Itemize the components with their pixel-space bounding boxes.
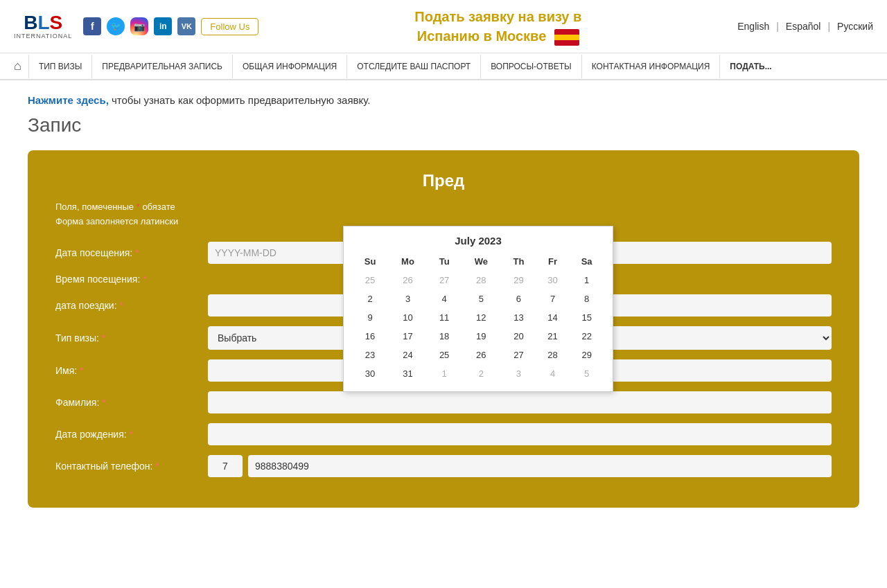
calendar-day-cell[interactable]: 26 [461, 346, 501, 364]
calendar-day-cell[interactable]: 24 [388, 346, 428, 364]
lang-english[interactable]: English [737, 21, 769, 32]
calendar-week-row: 9101112131415 [352, 308, 604, 327]
nav-item-appointment[interactable]: ПРЕДВАРИТЕЛЬНАЯ ЗАПИСЬ [91, 55, 232, 78]
dob-row: Дата рождения: * [55, 423, 832, 445]
twitter-icon[interactable]: 🐦 [107, 17, 125, 35]
calendar-week-row: 2345678 [352, 289, 604, 308]
linkedin-icon[interactable]: in [154, 17, 172, 35]
calendar-day-header: Mo [388, 252, 428, 271]
calendar-day-cell[interactable]: 15 [569, 308, 604, 327]
hint-link[interactable]: Нажмите здесь, [28, 94, 109, 106]
calendar-day-cell[interactable]: 4 [428, 289, 462, 308]
instagram-icon[interactable]: 📷 [130, 17, 148, 35]
calendar-day-cell[interactable]: 18 [428, 327, 462, 346]
calendar-day-cell[interactable]: 2 [352, 289, 388, 308]
visa-type-label: Тип визы: * [55, 332, 208, 344]
calendar-day-cell[interactable]: 31 [388, 364, 428, 383]
calendar-day-cell[interactable]: 25 [428, 346, 462, 364]
calendar-week-row: 16171819202122 [352, 327, 604, 346]
form-title: Пред [55, 171, 832, 190]
calendar-day-cell[interactable]: 1 [569, 271, 604, 289]
calendar-day-cell[interactable]: 30 [352, 364, 388, 383]
calendar-day-cell[interactable]: 14 [536, 308, 570, 327]
calendar-day-cell[interactable]: 26 [388, 271, 428, 289]
phone-inputs [208, 455, 832, 477]
calendar-day-cell[interactable]: 5 [569, 364, 604, 383]
calendar-day-cell[interactable]: 13 [501, 308, 536, 327]
flag-icon [554, 29, 579, 46]
main-content: Нажмите здесь, чтобы узнать как оформить… [0, 80, 887, 522]
name-label: Имя: * [55, 365, 208, 376]
header-title: Подать заявку на визу в Испанию в Москве [272, 7, 723, 46]
calendar-day-cell[interactable]: 6 [501, 289, 536, 308]
calendar-week-row: 23242526272829 [352, 346, 604, 364]
visit-time-label: Время посещения: * [55, 274, 208, 285]
facebook-icon[interactable]: f [83, 17, 101, 35]
calendar-day-cell[interactable]: 3 [388, 289, 428, 308]
dob-label: Дата рождения: * [55, 429, 208, 440]
calendar-day-cell[interactable]: 23 [352, 346, 388, 364]
surname-label: Фамилия: * [55, 397, 208, 408]
follow-us-button[interactable]: Follow Us [201, 18, 258, 35]
nav-bar: ⌂ ТИП ВИЗЫ ПРЕДВАРИТЕЛЬНАЯ ЗАПИСЬ ОБЩАЯ … [0, 53, 887, 80]
lang-russian[interactable]: Русский [837, 21, 873, 32]
calendar-day-cell[interactable]: 29 [569, 346, 604, 364]
vk-icon[interactable]: VK [177, 17, 195, 35]
calendar-day-cell[interactable]: 11 [428, 308, 462, 327]
nav-item-contact[interactable]: КОНТАКТНАЯ ИНФОРМАЦИЯ [581, 55, 720, 78]
calendar-day-header: Su [352, 252, 388, 271]
calendar-day-cell[interactable]: 4 [536, 364, 570, 383]
calendar-day-cell[interactable]: 17 [388, 327, 428, 346]
calendar-day-cell[interactable]: 28 [536, 346, 570, 364]
calendar-day-cell[interactable]: 9 [352, 308, 388, 327]
calendar-day-cell[interactable]: 27 [501, 346, 536, 364]
nav-item-track-passport[interactable]: ОТСЛЕДИТЕ ВАШ ПАСПОРТ [346, 55, 480, 78]
calendar-header: July 2023 [352, 235, 604, 247]
calendar-day-header: We [461, 252, 501, 271]
calendar-day-cell[interactable]: 27 [428, 271, 462, 289]
calendar-day-cell[interactable]: 28 [461, 271, 501, 289]
calendar-day-cell[interactable]: 7 [536, 289, 570, 308]
calendar-grid: SuMoTuWeThFrSa 2526272829301234567891011… [352, 252, 604, 383]
required-star: * [137, 202, 140, 212]
calendar-day-cell[interactable]: 2 [461, 364, 501, 383]
calendar-day-cell[interactable]: 12 [461, 308, 501, 327]
calendar-day-cell[interactable]: 30 [536, 271, 570, 289]
phone-number-input[interactable] [248, 455, 832, 477]
header: BLS INTERNATIONAL f 🐦 📷 in VK Follow Us … [0, 0, 887, 53]
logo-bls: BLS [24, 13, 62, 33]
phone-country-input[interactable] [208, 455, 243, 477]
calendar-day-cell[interactable]: 20 [501, 327, 536, 346]
form-note-latin: Форма заполняется латински [55, 216, 832, 226]
hint-text: чтобы узнать как оформить предварительну… [112, 94, 370, 106]
lang-espanol[interactable]: Español [786, 21, 821, 32]
calendar-week-row: 303112345 [352, 364, 604, 383]
page-hint: Нажмите здесь, чтобы узнать как оформить… [28, 94, 859, 106]
calendar-day-cell[interactable]: 25 [352, 271, 388, 289]
calendar-day-cell[interactable]: 22 [569, 327, 604, 346]
calendar-day-cell[interactable]: 5 [461, 289, 501, 308]
nav-home-icon[interactable]: ⌂ [7, 53, 28, 79]
language-selector: English | Español | Русский [737, 21, 873, 32]
calendar-day-cell[interactable]: 3 [501, 364, 536, 383]
calendar-day-cell[interactable]: 19 [461, 327, 501, 346]
calendar-day-cell[interactable]: 1 [428, 364, 462, 383]
calendar-day-header: Tu [428, 252, 462, 271]
form-note-required: Поля, помеченные * обязате [55, 202, 832, 212]
nav-item-visa-type[interactable]: ТИП ВИЗЫ [28, 55, 91, 78]
calendar-day-cell[interactable]: 16 [352, 327, 388, 346]
dob-input[interactable] [208, 423, 832, 445]
visit-date-label: Дата посещения: * [55, 247, 208, 258]
surname-input[interactable] [208, 391, 832, 413]
nav-item-submit[interactable]: ПОДАТЬ... [719, 55, 781, 78]
nav-item-faq[interactable]: ВОПРОСЫ-ОТВЕТЫ [480, 55, 581, 78]
calendar-day-cell[interactable]: 8 [569, 289, 604, 308]
calendar-day-cell[interactable]: 29 [501, 271, 536, 289]
phone-row: Контактный телефон: * [55, 455, 832, 477]
calendar-day-cell[interactable]: 10 [388, 308, 428, 327]
nav-item-general-info[interactable]: ОБЩАЯ ИНФОРМАЦИЯ [232, 55, 346, 78]
surname-row: Фамилия: * [55, 391, 832, 413]
calendar-day-cell[interactable]: 21 [536, 327, 570, 346]
calendar-days-header: SuMoTuWeThFrSa [352, 252, 604, 271]
logo: BLS INTERNATIONAL [14, 13, 72, 39]
